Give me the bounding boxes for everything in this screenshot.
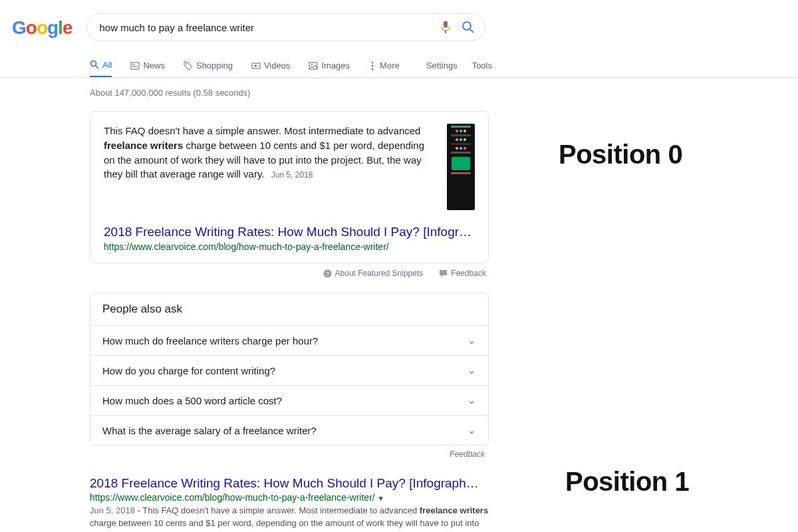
- tab-news-label: News: [143, 61, 165, 70]
- tag-icon: [184, 61, 193, 70]
- tab-images-label: Images: [321, 61, 350, 70]
- paa-header: People also ask: [90, 293, 488, 325]
- tab-news[interactable]: News: [130, 53, 165, 78]
- svg-point-15: [372, 65, 374, 66]
- annotation-position-0: Position 0: [559, 140, 682, 170]
- paa-item[interactable]: How much do freelance writers charge per…: [90, 325, 488, 355]
- tab-all[interactable]: All: [90, 53, 112, 78]
- svg-point-5: [91, 61, 96, 66]
- tab-more[interactable]: More: [368, 53, 400, 78]
- paa-item[interactable]: What is the average salary of a freelanc…: [90, 415, 488, 445]
- result-stats: About 147,000,000 results (0.58 seconds): [90, 88, 489, 98]
- url-dropdown-icon[interactable]: ▼: [378, 495, 384, 502]
- svg-line-6: [96, 66, 98, 68]
- svg-point-14: [372, 61, 374, 63]
- search-input[interactable]: [99, 22, 430, 33]
- paa-item-text: How much does a 500 word article cost?: [102, 395, 282, 406]
- chevron-down-icon: ⌄: [467, 424, 476, 436]
- tab-images[interactable]: Images: [309, 53, 350, 78]
- svg-text:?: ?: [326, 270, 329, 277]
- tab-shopping[interactable]: Shopping: [184, 53, 233, 78]
- svg-rect-19: [440, 270, 447, 275]
- search-icon[interactable]: [461, 20, 475, 35]
- paa-item-text: What is the average salary of a freelanc…: [102, 425, 317, 436]
- result-title[interactable]: 2018 Freelance Writing Rates: How Much S…: [90, 476, 489, 491]
- svg-point-13: [311, 64, 313, 65]
- help-icon: ?: [323, 269, 332, 278]
- search-small-icon: [90, 60, 99, 69]
- featured-snippet-url[interactable]: https://www.clearvoice.com/blog/how-much…: [104, 241, 475, 252]
- image-icon: [309, 61, 318, 70]
- paa-item-text: How much do freelance writers charge per…: [102, 335, 318, 346]
- featured-snippet-feedback-link[interactable]: Feedback: [439, 269, 486, 278]
- svg-rect-2: [445, 31, 446, 33]
- featured-snippet-text: This FAQ doesn't have a simple answer. M…: [104, 124, 438, 210]
- people-also-ask: People also ask How much do freelance wr…: [90, 293, 489, 446]
- featured-snippet-date: Jun 5, 2018: [271, 170, 313, 180]
- featured-snippet-thumbnail[interactable]: [447, 124, 475, 210]
- svg-line-4: [470, 29, 473, 33]
- svg-point-3: [463, 22, 471, 30]
- about-featured-snippets-link[interactable]: ? About Featured Snippets: [323, 269, 424, 278]
- video-icon: [251, 61, 261, 70]
- search-bar[interactable]: [86, 13, 485, 41]
- paa-item[interactable]: How do you charge for content writing?⌄: [90, 355, 488, 385]
- organic-result: 2018 Freelance Writing Rates: How Much S…: [90, 476, 489, 532]
- paa-item[interactable]: How much does a 500 word article cost?⌄: [90, 385, 488, 415]
- chevron-down-icon: ⌄: [467, 394, 476, 406]
- paa-item-text: How do you charge for content writing?: [102, 365, 275, 376]
- settings-link[interactable]: Settings: [426, 61, 458, 70]
- featured-snippet-title[interactable]: 2018 Freelance Writing Rates: How Much S…: [104, 225, 475, 239]
- paa-feedback-link[interactable]: Feedback: [90, 450, 489, 459]
- tab-more-label: More: [380, 61, 400, 70]
- more-icon: [368, 61, 376, 70]
- svg-point-16: [372, 68, 374, 70]
- chevron-down-icon: ⌄: [467, 364, 476, 376]
- tab-videos-label: Videos: [264, 61, 291, 70]
- featured-snippet: This FAQ doesn't have a simple answer. M…: [90, 111, 489, 263]
- google-logo[interactable]: Google: [12, 17, 72, 39]
- tab-all-label: All: [102, 60, 112, 70]
- voice-search-icon[interactable]: [438, 20, 453, 35]
- svg-point-10: [186, 63, 187, 65]
- annotation-position-1: Position 1: [565, 467, 689, 497]
- tools-link[interactable]: Tools: [472, 61, 492, 70]
- result-snippet: Jun 5, 2018 - This FAQ doesn't have a si…: [90, 505, 489, 532]
- tab-shopping-label: Shopping: [196, 61, 233, 70]
- feedback-icon: [439, 269, 448, 278]
- svg-rect-1: [444, 21, 448, 25]
- result-url[interactable]: https://www.clearvoice.com/blog/how-much…: [90, 492, 489, 503]
- chevron-down-icon: ⌄: [467, 334, 476, 346]
- tab-videos[interactable]: Videos: [251, 53, 291, 78]
- news-icon: [130, 61, 140, 70]
- svg-rect-7: [131, 63, 139, 69]
